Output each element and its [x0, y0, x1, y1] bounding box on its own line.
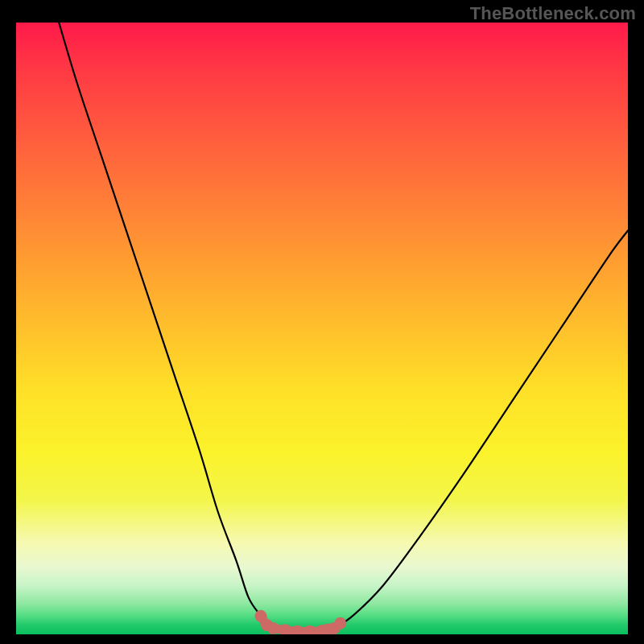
curve-left-branch	[59, 23, 273, 628]
curve-right-branch	[334, 230, 628, 628]
chart-svg	[16, 23, 628, 634]
chart-frame: TheBottleneck.com	[0, 0, 644, 644]
marker-dot	[303, 625, 316, 634]
plot-area	[16, 23, 628, 634]
marker-dot	[334, 617, 346, 630]
watermark-text: TheBottleneck.com	[470, 3, 636, 24]
optimal-region-dots	[255, 610, 347, 634]
marker-dot	[267, 622, 279, 634]
